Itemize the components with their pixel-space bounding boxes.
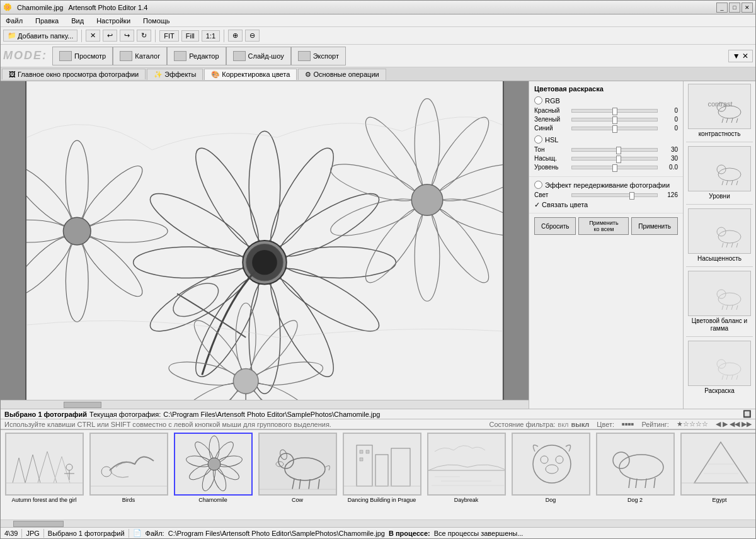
- maximize-button[interactable]: □: [729, 3, 740, 13]
- color-squares: ■■■■: [622, 421, 634, 427]
- tab-effects[interactable]: ✨ Эффекты: [147, 69, 203, 80]
- window-title: Chamomile.jpg: [17, 4, 63, 11]
- folder-icon: 📁: [8, 31, 16, 40]
- preset-coloring[interactable]: Раскраска: [684, 338, 755, 397]
- arrow-icons: ◀ ▶ ◀◀ ▶▶: [716, 420, 752, 428]
- tab-basic-ops[interactable]: ⚙ Основные операции: [298, 69, 386, 80]
- thumbnail-cow[interactable]: Cow: [256, 433, 338, 503]
- toolbar-separator-2: [155, 30, 156, 42]
- horizontal-scrollbar[interactable]: [1, 400, 529, 409]
- zoom-out-button[interactable]: ⊖: [245, 30, 260, 42]
- thumb-svg-birds: [91, 433, 167, 496]
- rgb-radio[interactable]: [534, 96, 542, 105]
- thumbnail-dancing-building[interactable]: Dancing Building in Prague: [341, 433, 423, 503]
- link-colors-label[interactable]: ✓ Связать цвета: [534, 201, 588, 209]
- level-slider-thumb[interactable]: [612, 164, 617, 172]
- thumb-horizontal-scrollbar[interactable]: [1, 519, 755, 527]
- preset-contrast[interactable]: contrast контрастность: [684, 81, 755, 140]
- preset-divider-2: [686, 204, 753, 205]
- thumbnail-dog[interactable]: Dog: [510, 433, 592, 503]
- status-process-label: В процессе:: [389, 530, 430, 537]
- cut-button[interactable]: ✕: [86, 30, 100, 42]
- fit-button[interactable]: FIT: [159, 30, 179, 42]
- sat-slider[interactable]: [571, 157, 658, 161]
- thumbnail-autumn-forest[interactable]: Autumn forest and the girl: [3, 433, 85, 503]
- tab-color-correction[interactable]: 🎨 Корректировка цвета: [204, 69, 297, 80]
- effects-icon: ✨: [154, 71, 163, 79]
- thumbnail-birds[interactable]: Birds: [88, 433, 169, 503]
- green-slider[interactable]: [571, 118, 658, 122]
- status-selected: Выбрано 1 фотографий: [48, 530, 125, 537]
- thumb-scroll-area[interactable]: Autumn forest and the girl: [1, 430, 755, 519]
- app-icon: 🌼: [3, 3, 12, 11]
- thumbnail-dog2[interactable]: Dog 2: [594, 433, 676, 503]
- main-content: Цветовая раскраска RGB Красный 0 Зеленый: [1, 81, 755, 409]
- thumbnail-egypt[interactable]: Egypt: [679, 433, 755, 503]
- red-slider[interactable]: [571, 109, 658, 113]
- menu-help[interactable]: Помощь: [140, 16, 173, 25]
- tab-main-view[interactable]: 🖼 Главное окно просмотра фотографии: [2, 69, 146, 79]
- mode-editor-button[interactable]: Редактор: [167, 47, 226, 65]
- thumb-label-7: Dog 2: [627, 497, 643, 503]
- thumb-svg-dog: [513, 433, 589, 496]
- menu-view[interactable]: Вид: [69, 16, 86, 25]
- light-slider-row: Свет 126: [534, 191, 678, 198]
- sat-slider-thumb[interactable]: [616, 156, 621, 163]
- image-canvas[interactable]: [1, 81, 529, 400]
- red-slider-thumb[interactable]: [612, 108, 617, 115]
- thumb-img-birds: [89, 433, 168, 496]
- apply-button[interactable]: Применить: [631, 217, 678, 235]
- blue-slider-thumb[interactable]: [612, 125, 617, 133]
- mode-export-button[interactable]: Экспорт: [291, 47, 346, 65]
- green-slider-thumb[interactable]: [612, 116, 617, 124]
- thumb-label-4: Dancing Building in Prague: [348, 497, 416, 503]
- thumb-scroll-thumb[interactable]: [13, 521, 64, 527]
- undo-button[interactable]: ↩: [103, 30, 117, 42]
- preset-color-balance[interactable]: Цветовой баланс и гамма: [684, 268, 755, 335]
- add-folder-button[interactable]: 📁 Добавить папку...: [3, 30, 77, 42]
- reset-button[interactable]: Сбросить: [534, 217, 576, 235]
- level-slider[interactable]: [571, 166, 658, 169]
- menu-edit[interactable]: Правка: [33, 16, 61, 25]
- zoom-in-button[interactable]: ⊕: [228, 30, 243, 42]
- minimize-button[interactable]: _: [716, 3, 728, 13]
- light-slider[interactable]: [571, 193, 658, 197]
- preset-color-balance-thumb: [688, 271, 751, 316]
- mode-preview-button[interactable]: Просмотр: [52, 47, 113, 65]
- panel-close-button[interactable]: ▼ ✕: [728, 50, 753, 62]
- title-bar-controls[interactable]: _ □ ✕: [716, 3, 753, 13]
- preset-coloring-svg: [689, 341, 750, 386]
- redo-button[interactable]: ↪: [120, 30, 134, 42]
- hue-slider-thumb[interactable]: [616, 147, 621, 154]
- svg-rect-104: [260, 433, 336, 496]
- flower-sketch-svg: [26, 81, 503, 400]
- apply-all-button[interactable]: Применить ко всем: [578, 217, 629, 235]
- hint-bar: Используйте клавиши CTRL или SHIFT совме…: [1, 419, 755, 429]
- menu-settings[interactable]: Настройки: [94, 16, 133, 25]
- ratio-button[interactable]: 1:1: [202, 30, 220, 42]
- mode-catalog-button[interactable]: Каталог: [113, 47, 167, 65]
- hue-slider[interactable]: [571, 148, 658, 152]
- thumbnail-daybreak[interactable]: Daybreak: [425, 433, 507, 503]
- blue-slider[interactable]: [571, 127, 658, 130]
- menu-file[interactable]: Файл: [3, 16, 25, 25]
- green-value: 0: [660, 116, 678, 123]
- status-file-icon: 📄: [133, 529, 142, 537]
- mode-slideshow-button[interactable]: Слайд-шоу: [226, 47, 291, 65]
- close-button[interactable]: ✕: [742, 3, 753, 13]
- thumbnail-chamomile[interactable]: Chamomile: [172, 433, 254, 503]
- red-label: Красный: [534, 107, 569, 114]
- link-colors-row: ✓ Связать цвета: [534, 201, 678, 209]
- preset-levels[interactable]: Уровни: [684, 144, 755, 203]
- thumb-svg-chamomile: [175, 433, 251, 496]
- fill-button[interactable]: Fill: [181, 30, 199, 42]
- hsl-radio[interactable]: [534, 135, 542, 144]
- editor-area: [1, 81, 529, 409]
- scroll-thumb[interactable]: [64, 402, 101, 408]
- light-slider-thumb[interactable]: [629, 192, 634, 200]
- preset-saturation[interactable]: Насыщенность: [684, 206, 755, 265]
- preset-contrast-label: контрастность: [686, 129, 753, 140]
- status-sep-2: [43, 529, 44, 538]
- rotate-button[interactable]: ↻: [137, 30, 151, 42]
- overexposure-radio[interactable]: [534, 181, 542, 189]
